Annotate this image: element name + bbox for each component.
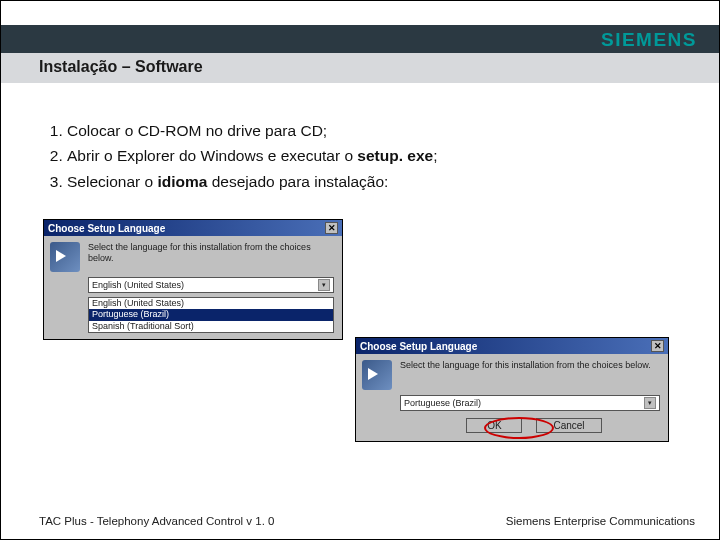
- content-area: Colocar o CD-ROM no drive para CD; Abrir…: [1, 83, 719, 193]
- step-list: Colocar o CD-ROM no drive para CD; Abrir…: [45, 119, 675, 193]
- dropdown-selected: English (United States): [92, 280, 184, 290]
- language-listbox[interactable]: English (United States) Portuguese (Braz…: [88, 297, 334, 333]
- title-band: SIEMENS Instalação – Software: [1, 25, 719, 83]
- dialog-title: Choose Setup Language: [48, 223, 165, 234]
- chevron-down-icon: ▾: [644, 397, 656, 409]
- step-3: Selecionar o idioma desejado para instal…: [67, 170, 675, 193]
- footer-right: Siemens Enterprise Communications: [506, 515, 695, 527]
- language-dialog-expanded: Choose Setup Language ✕ Select the langu…: [43, 219, 343, 340]
- cancel-button[interactable]: Cancel: [536, 418, 601, 433]
- close-icon[interactable]: ✕: [651, 340, 664, 352]
- ok-button[interactable]: OK: [466, 418, 522, 433]
- close-icon[interactable]: ✕: [325, 222, 338, 234]
- chevron-down-icon: ▾: [318, 279, 330, 291]
- language-dropdown[interactable]: English (United States) ▾: [88, 277, 334, 293]
- dialog-titlebar: Choose Setup Language ✕: [356, 338, 668, 354]
- language-dialog-confirm: Choose Setup Language ✕ Select the langu…: [355, 337, 669, 442]
- installer-icon: [50, 242, 80, 272]
- footer: TAC Plus - Telephony Advanced Control v …: [1, 515, 719, 527]
- list-item[interactable]: English (United States): [89, 298, 333, 309]
- dialog-instruction: Select the language for this installatio…: [88, 242, 336, 272]
- page-title: Instalação – Software: [39, 58, 203, 76]
- footer-left: TAC Plus - Telephony Advanced Control v …: [39, 515, 274, 527]
- step-2: Abrir o Explorer do Windows e executar o…: [67, 144, 675, 167]
- language-dropdown[interactable]: Portuguese (Brazil) ▾: [400, 395, 660, 411]
- dialog-titlebar: Choose Setup Language ✕: [44, 220, 342, 236]
- list-item[interactable]: Portuguese (Brazil): [89, 309, 333, 320]
- installer-icon: [362, 360, 392, 390]
- siemens-logo: SIEMENS: [601, 29, 697, 51]
- list-item[interactable]: Spanish (Traditional Sort): [89, 321, 333, 332]
- dialog-instruction: Select the language for this installatio…: [400, 360, 651, 390]
- dialog-title: Choose Setup Language: [360, 341, 477, 352]
- dropdown-selected: Portuguese (Brazil): [404, 398, 481, 408]
- step-1: Colocar o CD-ROM no drive para CD;: [67, 119, 675, 142]
